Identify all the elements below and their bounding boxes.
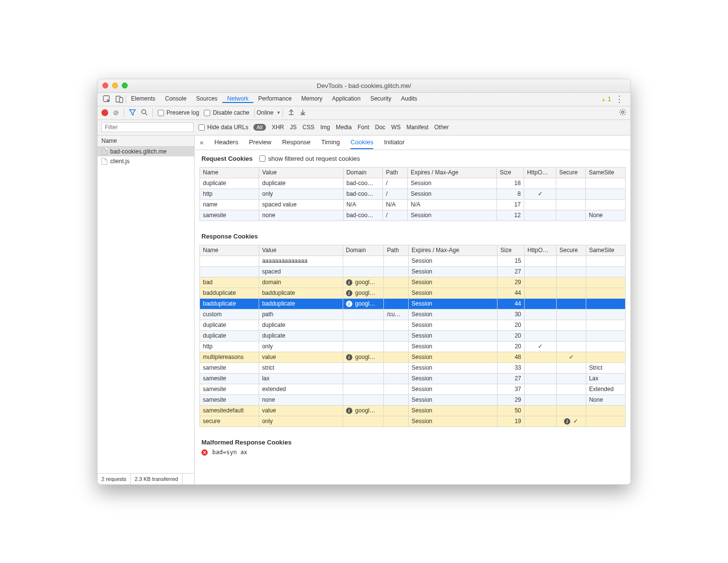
main-tab-network[interactable]: Network	[222, 95, 253, 103]
table-row[interactable]: duplicateduplicateSession20	[200, 330, 626, 341]
column-header[interactable]: Secure	[556, 167, 586, 178]
filter-type-doc[interactable]: Doc	[375, 124, 385, 131]
main-tab-memory[interactable]: Memory	[297, 95, 327, 102]
window-title: DevTools - bad-cookies.glitch.me/	[98, 82, 630, 89]
column-header[interactable]: SameSite	[586, 167, 626, 178]
error-icon: ×	[201, 449, 208, 456]
table-row[interactable]: samesitestrictSession33Strict	[200, 362, 626, 373]
filter-type-img[interactable]: Img	[320, 124, 330, 131]
minimize-window-button[interactable]	[112, 83, 118, 88]
main-tab-elements[interactable]: Elements	[126, 95, 160, 102]
zoom-window-button[interactable]	[122, 83, 128, 88]
request-item[interactable]: client.js	[98, 156, 194, 166]
filter-type-ws[interactable]: WS	[391, 124, 400, 131]
request-count: 2 requests	[98, 474, 131, 484]
main-tab-security[interactable]: Security	[365, 95, 396, 102]
upload-har-icon[interactable]	[288, 109, 295, 117]
detail-tab-response[interactable]: Response	[282, 136, 311, 149]
filter-type-other[interactable]: Other	[434, 124, 449, 131]
table-row[interactable]: badduplicatebadduplicatei googl…Session4…	[200, 298, 626, 309]
main-tab-sources[interactable]: Sources	[191, 95, 222, 102]
main-tab-application[interactable]: Application	[327, 95, 365, 102]
table-row[interactable]: secureonlySession19i ✓	[200, 416, 626, 427]
table-row[interactable]: samesitenoneSession29None	[200, 394, 626, 405]
throttling-select[interactable]: Online▼	[254, 108, 283, 118]
clear-icon[interactable]: ⊘	[113, 109, 119, 117]
main-tab-audits[interactable]: Audits	[396, 95, 422, 102]
filter-icon[interactable]	[129, 109, 136, 117]
filter-type-css[interactable]: CSS	[302, 124, 314, 131]
request-cookies-title: Request Cookies	[201, 155, 252, 162]
column-header[interactable]: Path	[384, 245, 409, 256]
malformed-title: Malformed Response Cookies	[201, 439, 292, 446]
network-toolbar: ⊘ Preserve log Disable cache Online▼	[98, 106, 630, 120]
column-header[interactable]: Size	[496, 167, 524, 178]
request-cookies-section: Request Cookies show filtered out reques…	[195, 150, 630, 164]
column-header[interactable]: Expires / Max-Age	[408, 167, 497, 178]
device-toolbar-icon[interactable]	[113, 95, 126, 103]
table-row[interactable]: baddomaini googl…Session29	[200, 277, 626, 288]
main-tab-console[interactable]: Console	[160, 95, 191, 102]
preserve-log-checkbox[interactable]: Preserve log	[158, 109, 199, 116]
column-header[interactable]: Value	[259, 245, 343, 256]
record-button[interactable]	[101, 109, 108, 116]
column-header[interactable]: Domain	[343, 245, 384, 256]
show-filtered-checkbox[interactable]: show filtered out request cookies	[259, 155, 360, 162]
table-row[interactable]: httponlybad-coo…/Session8✓	[200, 188, 626, 199]
close-panel-icon[interactable]: ×	[199, 138, 204, 147]
filter-toolbar: Hide data URLs AllXHRJSCSSImgMediaFontDo…	[98, 120, 630, 136]
warning-indicator[interactable]: 1	[601, 96, 611, 102]
detail-tab-strip: × HeadersPreviewResponseTimingCookiesIni…	[195, 136, 630, 150]
filter-type-font[interactable]: Font	[358, 124, 369, 131]
detail-tab-timing[interactable]: Timing	[321, 136, 340, 149]
close-window-button[interactable]	[102, 83, 108, 88]
filter-type-media[interactable]: Media	[336, 124, 352, 131]
main-tab-performance[interactable]: Performance	[253, 95, 297, 102]
table-row[interactable]: samesitedefaultvaluei googl…Session50	[200, 405, 626, 416]
filter-type-xhr[interactable]: XHR	[272, 124, 284, 131]
table-row[interactable]: duplicateduplicatebad-coo…/Session18	[200, 178, 626, 188]
column-header[interactable]: Name	[200, 245, 259, 256]
hide-data-urls-checkbox[interactable]: Hide data URLs	[199, 124, 248, 131]
detail-tab-initiator[interactable]: Initiator	[384, 136, 405, 149]
table-row[interactable]: namespaced valueN/AN/AN/A17	[200, 199, 626, 210]
column-header[interactable]: SameSite	[586, 245, 625, 256]
column-header[interactable]: Domain	[343, 167, 383, 178]
settings-icon[interactable]	[619, 108, 627, 118]
filter-type-all[interactable]: All	[253, 124, 266, 131]
download-har-icon[interactable]	[299, 109, 306, 117]
table-row[interactable]: samesitenonebad-coo…/Session12None	[200, 210, 626, 221]
detail-tab-headers[interactable]: Headers	[215, 136, 238, 149]
status-bar: 2 requests 2.3 KB transferred	[98, 473, 194, 484]
table-row[interactable]: custompath/cu…Session30	[200, 309, 626, 320]
table-row[interactable]: aaaaaaaaaaaaaaSession15	[200, 256, 626, 266]
filter-input[interactable]	[101, 122, 194, 132]
more-menu-icon[interactable]: ⋮	[611, 94, 628, 104]
column-header[interactable]: Value	[259, 167, 343, 178]
column-header[interactable]: Path	[383, 167, 408, 178]
table-row[interactable]: duplicateduplicateSession20	[200, 320, 626, 330]
column-header[interactable]: Secure	[556, 245, 586, 256]
disable-cache-checkbox[interactable]: Disable cache	[204, 109, 249, 116]
filter-type-js[interactable]: JS	[290, 124, 297, 131]
table-row[interactable]: multiplereasonsvaluei googl…Session48✓	[200, 352, 626, 362]
table-row[interactable]: httponlySession20✓	[200, 341, 626, 352]
svg-rect-2	[119, 98, 123, 102]
detail-tab-cookies[interactable]: Cookies	[350, 136, 373, 149]
column-header[interactable]: HttpO…	[524, 245, 556, 256]
table-row[interactable]: badduplicatebadduplicatei googl…Session4…	[200, 288, 626, 298]
table-row[interactable]: samesiteextendedSession37Extended	[200, 384, 626, 394]
request-sidebar: Name bad-cookies.glitch.meclient.js 2 re…	[98, 136, 195, 484]
info-icon: i	[564, 418, 570, 425]
table-row[interactable]: spacedSession27	[200, 266, 626, 277]
search-icon[interactable]	[141, 109, 148, 117]
request-item[interactable]: bad-cookies.glitch.me	[98, 147, 194, 156]
column-header[interactable]: Expires / Max-Age	[409, 245, 497, 256]
column-header[interactable]: Size	[497, 245, 524, 256]
column-header[interactable]: HttpO…	[524, 167, 556, 178]
column-header[interactable]: Name	[200, 167, 259, 178]
detail-tab-preview[interactable]: Preview	[249, 136, 271, 149]
inspect-icon[interactable]	[100, 95, 113, 103]
table-row[interactable]: samesitelaxSession27Lax	[200, 373, 626, 384]
filter-type-manifest[interactable]: Manifest	[406, 124, 428, 131]
